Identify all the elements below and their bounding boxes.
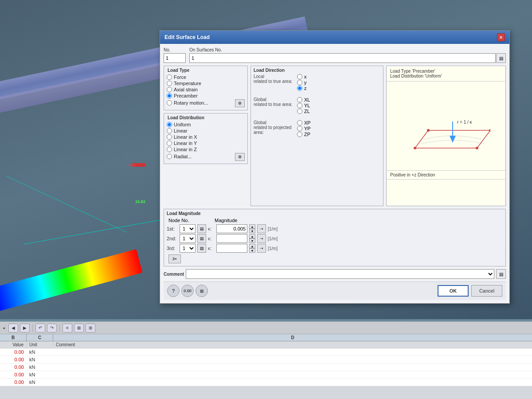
local-section: Local related to true area: x y xyxy=(254,74,380,94)
radial-settings-btn[interactable]: ⚙ xyxy=(235,153,245,161)
mag-row-2-pick-btn[interactable]: ▤ xyxy=(197,234,206,243)
load-type-axial[interactable]: Axial strain xyxy=(167,87,245,92)
dist-uniform[interactable]: Uniform xyxy=(167,122,245,127)
magnitude-row-2: 2nd: 1 ▤ κ: ▲ ▼ ⇢ [1/m] xyxy=(167,234,503,243)
dist-radial[interactable]: Radial... xyxy=(167,154,235,159)
close-button[interactable]: × xyxy=(497,33,505,41)
toolbar-export-btn[interactable]: ⊠ xyxy=(74,324,84,332)
toolbar-back-btn[interactable]: ◀ xyxy=(8,324,18,332)
surfaces-pick-btn[interactable]: ▤ xyxy=(496,53,506,63)
dist-linear-x[interactable]: Linear in X xyxy=(167,134,245,140)
dir-local-x[interactable]: x xyxy=(297,74,307,79)
calc-button[interactable]: 0.00 xyxy=(181,285,194,297)
table-row[interactable]: 0.00 kN xyxy=(0,364,532,371)
dir-global-yl[interactable]: YL xyxy=(297,103,310,108)
mag-row-3-spin: ▲ ▼ xyxy=(249,244,255,253)
dir-global-yp-label: YP xyxy=(304,126,311,131)
red-value: +0.00 xyxy=(126,163,135,167)
mag-row-1-spin-up[interactable]: ▲ xyxy=(249,224,255,229)
local-radio-group: x y z xyxy=(297,74,307,91)
mag-row-3-spin-down[interactable]: ▼ xyxy=(249,248,255,253)
global-true-radio-group: XL YL ZL xyxy=(297,97,310,114)
cancel-button[interactable]: Cancel xyxy=(471,285,502,297)
mag-row-1-node[interactable]: 1 xyxy=(180,224,196,233)
mag-row-2-spin-down[interactable]: ▼ xyxy=(249,239,255,243)
rotary-settings-btn[interactable]: ⚙ xyxy=(235,99,245,107)
toolbar-arrow: ◂ xyxy=(3,325,5,330)
toolbar-redo-btn[interactable]: ↷ xyxy=(47,324,57,332)
comment-select[interactable] xyxy=(186,269,494,279)
load-type-precamber[interactable]: Precamber xyxy=(167,93,245,98)
dialog-title: Edit Surface Load xyxy=(164,34,210,40)
mag-row-2-spin-up[interactable]: ▲ xyxy=(249,234,255,239)
help-button[interactable]: ? xyxy=(167,285,180,297)
dir-global-yp[interactable]: YP xyxy=(297,126,311,131)
three-times-btn[interactable]: 3× xyxy=(168,254,181,263)
dir-global-zl[interactable]: ZL xyxy=(297,109,310,114)
global-proj-label: Global xyxy=(254,120,293,125)
row5-unit: kN xyxy=(27,379,53,386)
mag-row-1-spin-down[interactable]: ▼ xyxy=(249,229,255,233)
mag-row-3-pick-btn[interactable]: ▤ xyxy=(197,244,206,253)
table-row[interactable]: 0.00 kN xyxy=(0,348,532,356)
table-row[interactable]: 0.00 kN xyxy=(0,356,532,364)
right-preview-panel: Load Type 'Precamber' Load Distribution … xyxy=(386,66,506,206)
mag-row-1-pick-btn[interactable]: ▤ xyxy=(197,224,206,233)
toolbar-undo-btn[interactable]: ↶ xyxy=(35,324,45,332)
mag-row-3-value[interactable] xyxy=(216,244,247,253)
preview-info: Load Type 'Precamber' Load Distribution … xyxy=(387,66,505,82)
row3-unit: kN xyxy=(27,364,53,371)
dist-linear[interactable]: Linear xyxy=(167,128,245,133)
global-proj-section: Global related to projected area: XP YP xyxy=(254,120,380,140)
dir-global-xl[interactable]: XL xyxy=(297,97,310,102)
table-button[interactable]: ⊞ xyxy=(196,285,208,297)
dist-linear-z[interactable]: Linear in Z xyxy=(167,147,245,152)
dir-global-xl-label: XL xyxy=(304,97,310,102)
comment-label: Comment xyxy=(164,272,184,277)
load-type-rotary-label: Rotary motion... xyxy=(174,100,208,106)
mag-row-2-node[interactable]: 1 xyxy=(180,234,196,243)
row2-value: 0.00 xyxy=(0,356,27,363)
toolbar-forward-btn[interactable]: ▶ xyxy=(20,324,30,332)
global-true-label-block: Global related to true area: xyxy=(254,97,293,117)
mag-row-3-node[interactable]: 1 xyxy=(180,244,196,253)
row5-value: 0.00 xyxy=(0,379,27,386)
table-row[interactable]: 0.00 kN xyxy=(0,379,532,386)
dist-linear-y[interactable]: Linear in Y xyxy=(167,141,245,146)
dir-local-y[interactable]: y xyxy=(297,80,307,85)
magnitude-row-1: 1st: 1 ▤ κ: ▲ ▼ ⇢ [1/m] xyxy=(167,224,503,233)
preview-info-line2: Load Distribution 'Uniform' xyxy=(390,74,502,78)
load-distribution-group: Load Distribution Uniform Linear Linear … xyxy=(164,113,248,164)
dir-global-zp[interactable]: ZP xyxy=(297,132,311,137)
table-row[interactable]: 0.00 kN xyxy=(0,371,532,379)
dir-local-z[interactable]: z xyxy=(297,86,307,91)
surfaces-input[interactable] xyxy=(189,53,496,63)
ok-button[interactable]: OK xyxy=(438,285,469,297)
bottom-toolbar: ◂ ◀ ▶ ↶ ↷ ≡ ⊠ ⊞ B C D Value Unit Comment… xyxy=(0,321,532,399)
load-type-rotary[interactable]: Rotary motion... xyxy=(167,100,235,106)
local-label: Local xyxy=(254,74,293,79)
mag-row-3-link-btn[interactable]: ⇢ xyxy=(257,244,266,253)
mag-row-1-link-btn[interactable]: ⇢ xyxy=(257,224,266,233)
dir-global-xp[interactable]: XP xyxy=(297,120,311,125)
mag-row-1-value[interactable] xyxy=(216,224,247,233)
mag-row-2-pos: 2nd: xyxy=(167,236,178,241)
local-label-block: Local related to true area: xyxy=(254,74,293,94)
load-type-temperature-label: Temperature xyxy=(174,81,201,86)
row2-comment xyxy=(53,356,532,363)
mag-row-3-spin-up[interactable]: ▲ xyxy=(249,244,255,248)
surfaces-label: On Surfaces No. xyxy=(189,47,506,52)
mag-row-2-value[interactable] xyxy=(216,234,247,243)
load-type-force[interactable]: Force xyxy=(167,74,245,80)
toolbar-list-btn[interactable]: ≡ xyxy=(63,324,72,332)
global-proj-label-block: Global related to projected area: xyxy=(254,120,293,140)
toolbar-calc-btn[interactable]: ⊞ xyxy=(86,324,95,332)
mag-row-2-link-btn[interactable]: ⇢ xyxy=(257,234,266,243)
col-c-header: C xyxy=(27,334,53,341)
comment-pick-btn[interactable]: ▤ xyxy=(496,269,506,279)
load-type-temperature[interactable]: Temperature xyxy=(167,81,245,86)
no-input[interactable] xyxy=(164,53,186,63)
bottom-right-buttons: OK Cancel xyxy=(438,285,502,297)
load-type-group: Load Type Force Temperature Axial strain xyxy=(164,66,248,110)
value-subheader: Value xyxy=(0,341,27,348)
